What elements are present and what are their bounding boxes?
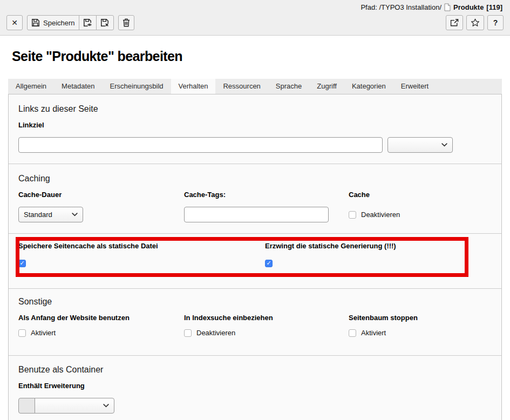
save-static-label: Speichere Seitencache als statische Date…	[18, 242, 265, 250]
website-anfang-checkbox-label[interactable]: Aktiviert	[31, 329, 56, 337]
page-icon	[444, 3, 451, 11]
linkziel-select[interactable]	[387, 137, 453, 153]
cache-tags-input[interactable]	[184, 207, 329, 222]
bookmark-button[interactable]	[466, 15, 484, 30]
doc-header: Pfad: /TYPO3 Installation/ Produkte [119…	[0, 0, 510, 36]
section-links: Links zu dieser Seite Linkziel	[9, 94, 501, 164]
enthaelt-erweiterung-label: Enthält Erweiterung	[18, 382, 492, 390]
website-anfang-checkbox[interactable]	[18, 329, 26, 337]
record-title: Produkte	[453, 3, 484, 11]
save-and-close-button[interactable]	[96, 15, 114, 30]
tab-erscheinungsbild[interactable]: Erscheinungsbild	[103, 79, 171, 94]
save-and-view-button[interactable]	[79, 15, 97, 30]
indexsuche-label: In Indexsuche einbeziehen	[184, 314, 349, 322]
select-icon-placeholder	[18, 398, 35, 414]
linkziel-label: Linkziel	[18, 121, 492, 129]
chevron-down-icon	[72, 213, 78, 216]
save-close-icon	[100, 18, 110, 27]
cache-label: Cache	[349, 191, 492, 199]
section-static-cache: Speichere Seitencache als statische Date…	[9, 234, 501, 289]
section-caching-title: Caching	[18, 174, 492, 184]
force-static-label: Erzwingt die statische Generierung (!!!)	[265, 242, 492, 250]
enthaelt-erweiterung-select[interactable]	[35, 398, 114, 414]
force-static-checkbox[interactable]	[265, 260, 273, 267]
seitenbaum-row[interactable]: Aktiviert	[349, 329, 492, 337]
section-container-title: Benutze als Container	[18, 365, 492, 375]
tab-bar: Allgemein Metadaten Erscheinungsbild Ver…	[8, 79, 502, 94]
seitenbaum-checkbox[interactable]	[349, 329, 356, 337]
website-anfang-label: Als Anfang der Website benutzen	[18, 314, 184, 322]
breadcrumb: Pfad: /TYPO3 Installation/ Produkte [119…	[6, 2, 504, 15]
indexsuche-row[interactable]: Deaktivieren	[184, 329, 349, 337]
tab-zugriff[interactable]: Zugriff	[309, 79, 344, 94]
section-sonstige-title: Sonstige	[18, 297, 492, 307]
section-sonstige: Sonstige Als Anfang der Website benutzen…	[9, 289, 501, 356]
save-button-label: Speichern	[43, 19, 75, 27]
open-in-new-window-icon	[450, 19, 459, 26]
section-links-title: Links zu dieser Seite	[18, 104, 492, 114]
chevron-down-icon	[441, 143, 447, 147]
close-button[interactable]: ✕	[6, 15, 23, 30]
path-label: Pfad: /TYPO3 Installation/	[361, 3, 441, 11]
tab-ressourcen[interactable]: Ressourcen	[215, 79, 268, 94]
section-container: Benutze als Container Enthält Erweiterun…	[9, 356, 501, 420]
seitenbaum-label: Seitenbaum stoppen	[349, 314, 492, 322]
save-button[interactable]: Speichern	[27, 15, 79, 30]
save-icon	[31, 18, 40, 27]
tab-allgemein[interactable]: Allgemein	[8, 79, 54, 94]
cache-dauer-select-value: Standard	[24, 211, 52, 219]
trash-icon	[123, 18, 130, 27]
indexsuche-checkbox[interactable]	[184, 329, 192, 337]
cache-dauer-label: Cache-Dauer	[18, 191, 184, 199]
tab-sprache[interactable]: Sprache	[268, 79, 309, 94]
tab-erweitert[interactable]: Erweitert	[393, 79, 436, 94]
page-title: Seite "Produkte" bearbeiten	[12, 49, 510, 64]
cache-deaktivieren-row[interactable]: Deaktivieren	[349, 211, 400, 219]
tab-kategorien[interactable]: Kategorien	[344, 79, 393, 94]
chevron-down-icon	[103, 404, 109, 408]
help-button[interactable]: ?	[487, 15, 504, 30]
tab-verhalten[interactable]: Verhalten	[171, 79, 216, 94]
open-in-new-window-button[interactable]	[446, 15, 463, 30]
cache-tags-label: Cache-Tags:	[184, 191, 349, 199]
record-uid: [119]	[486, 3, 502, 11]
close-icon: ✕	[11, 19, 18, 26]
website-anfang-row[interactable]: Aktiviert	[18, 329, 184, 337]
save-view-icon	[83, 18, 92, 27]
section-caching: Caching Cache-Dauer Standard Cache-Tags:	[9, 164, 501, 234]
star-icon	[471, 18, 480, 27]
help-icon: ?	[493, 19, 498, 26]
tab-content-panel: Links zu dieser Seite Linkziel Caching C…	[8, 94, 502, 420]
delete-button[interactable]	[118, 15, 134, 30]
cache-dauer-select[interactable]: Standard	[18, 207, 83, 222]
indexsuche-checkbox-label[interactable]: Deaktivieren	[196, 329, 235, 337]
linkziel-input[interactable]	[18, 137, 383, 153]
tab-metadaten[interactable]: Metadaten	[54, 79, 102, 94]
cache-deaktivieren-checkbox[interactable]	[349, 211, 356, 219]
save-static-checkbox[interactable]	[18, 260, 26, 267]
seitenbaum-checkbox-label[interactable]: Aktiviert	[361, 329, 386, 337]
enthaelt-erweiterung-control	[18, 398, 114, 414]
cache-deaktivieren-label[interactable]: Deaktivieren	[361, 211, 400, 219]
save-button-group: Speichern	[27, 15, 114, 30]
